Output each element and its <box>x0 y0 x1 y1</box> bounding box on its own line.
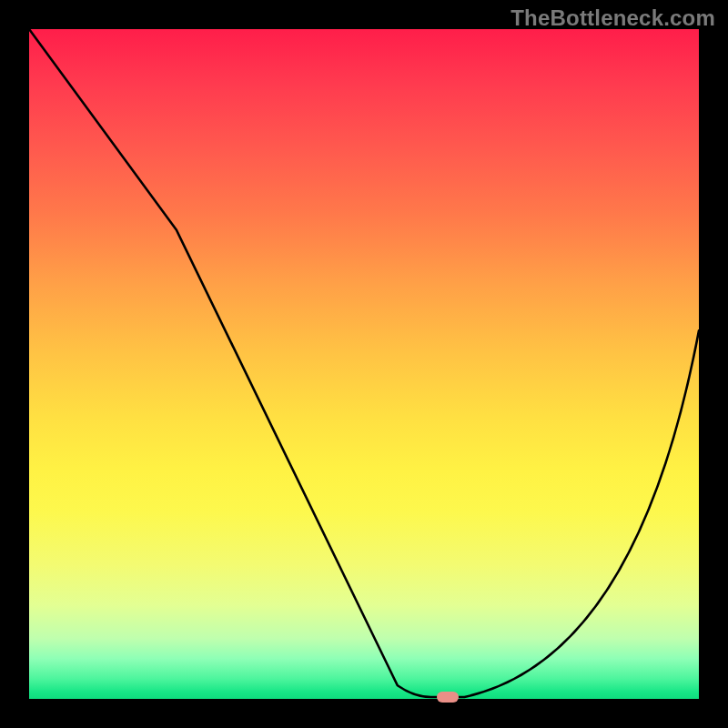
curve-svg <box>29 29 699 699</box>
chart-frame: TheBottleneck.com <box>0 0 728 728</box>
watermark-text: TheBottleneck.com <box>511 5 715 31</box>
plot-area <box>29 29 699 699</box>
optimal-marker <box>437 692 459 703</box>
bottleneck-curve <box>29 29 699 697</box>
